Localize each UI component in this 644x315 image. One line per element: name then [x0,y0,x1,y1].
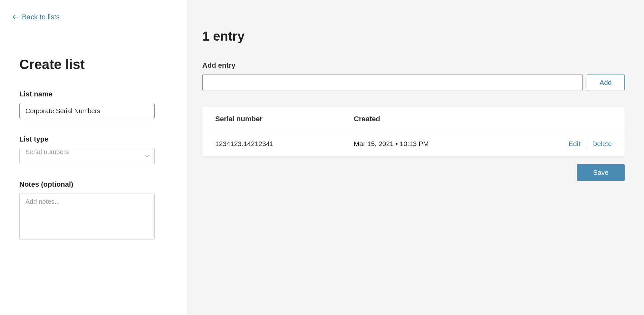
list-type-select[interactable]: Serial numbers [19,148,155,164]
save-row: Save [202,164,625,181]
table-row: 1234123.14212341 Mar 15, 2021 • 10:13 PM… [202,131,625,156]
entries-title: 1 entry [202,29,625,44]
add-entry-input[interactable] [202,74,583,91]
right-panel: 1 entry Add entry Add Serial number Crea… [187,0,644,315]
td-actions: Edit Delete [569,140,612,148]
entries-table: Serial number Created 1234123.14212341 M… [202,107,625,156]
action-divider [586,140,586,148]
edit-link[interactable]: Edit [569,140,580,148]
list-name-label: List name [19,90,187,98]
notes-textarea[interactable] [19,193,155,240]
list-type-label: List type [19,135,187,143]
td-created: Mar 15, 2021 • 10:13 PM [354,140,569,148]
add-entry-row: Add [202,74,625,91]
list-name-input[interactable] [19,103,155,119]
page-title: Create list [13,57,187,72]
left-panel: Back to lists Create list List name List… [0,0,187,315]
back-to-lists-link[interactable]: Back to lists [13,13,60,21]
table-header: Serial number Created [202,107,625,131]
list-name-group: List name [13,90,187,119]
th-created: Created [354,115,612,123]
add-button[interactable]: Add [587,74,625,91]
notes-group: Notes (optional) [13,180,187,241]
delete-link[interactable]: Delete [592,140,612,148]
list-type-group: List type Serial numbers [13,135,187,164]
list-type-selected: Serial numbers [25,148,69,155]
back-link-label: Back to lists [22,13,60,21]
add-entry-label: Add entry [202,61,625,70]
arrow-left-icon [13,15,19,19]
save-button[interactable]: Save [577,164,625,181]
td-serial: 1234123.14212341 [215,140,354,148]
notes-label: Notes (optional) [19,180,187,189]
th-serial: Serial number [215,115,354,123]
